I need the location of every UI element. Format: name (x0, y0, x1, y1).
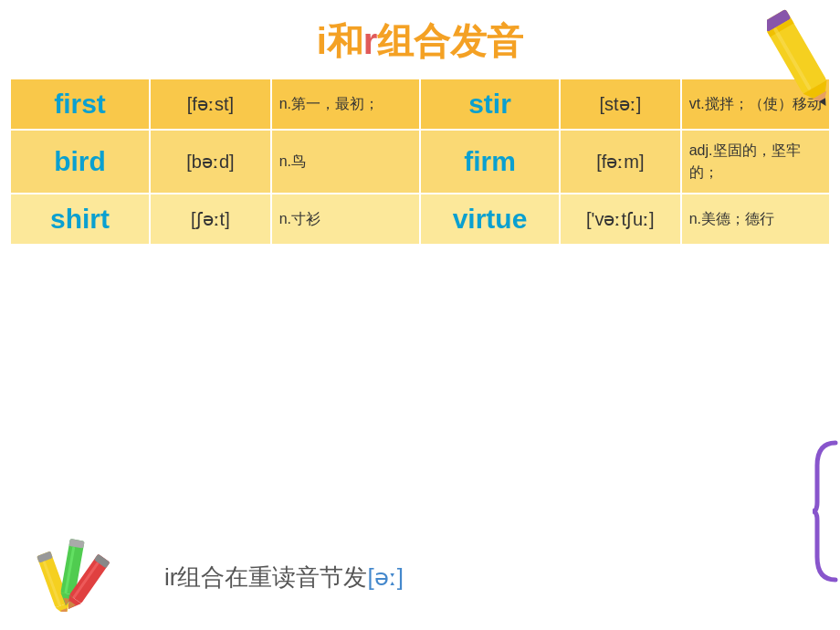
note-label: ir组合在重读音节发 (164, 563, 367, 591)
def-cell-first: n.第一，最初； (271, 79, 420, 130)
table-row: bird [bəːd] n.鸟 firm [fəːm] adj.坚固的，坚牢的； (10, 130, 830, 194)
pencil-top-decoration (767, 0, 831, 119)
phonetic-cell-shirt: [ʃəːt] (150, 194, 271, 245)
word-cell-virtue: virtue (420, 194, 560, 245)
phonetic-cell-virtue: ['vəːtʃuː] (560, 194, 681, 245)
title-prefix: i和 (317, 21, 363, 61)
phonetic-cell-bird: [bəːd] (150, 130, 271, 194)
word-cell-firm: firm (420, 130, 560, 194)
word-cell-first: first (10, 79, 150, 130)
page-title: i和r组合发音 (0, 0, 840, 78)
title-suffix: 组合发音 (377, 21, 523, 61)
note-phonetic: [əː] (367, 563, 403, 591)
word-cell-shirt: shirt (10, 194, 150, 245)
def-cell-firm: adj.坚固的，坚牢的； (681, 130, 830, 194)
phonetic-cell-firm: [fəːm] (560, 130, 681, 194)
brace-right-decoration (808, 438, 835, 575)
def-cell-bird: n.鸟 (271, 130, 420, 194)
phonetic-cell-stir: [stəː] (560, 79, 681, 130)
def-cell-virtue: n.美德；德行 (681, 194, 830, 245)
def-cell-shirt: n.寸衫 (271, 194, 420, 245)
bottom-note: ir组合在重读音节发[əː] (0, 562, 840, 593)
word-cell-stir: stir (420, 79, 560, 130)
table-row: shirt [ʃəːt] n.寸衫 virtue ['vəːtʃuː] n.美德… (10, 194, 830, 245)
title-r: r (363, 21, 378, 61)
vocabulary-table: first [fəːst] n.第一，最初； stir [stəː] vt.搅拌… (9, 78, 831, 246)
phonetic-cell-first: [fəːst] (150, 79, 271, 130)
word-cell-bird: bird (10, 130, 150, 194)
table-row: first [fəːst] n.第一，最初； stir [stəː] vt.搅拌… (10, 79, 830, 130)
